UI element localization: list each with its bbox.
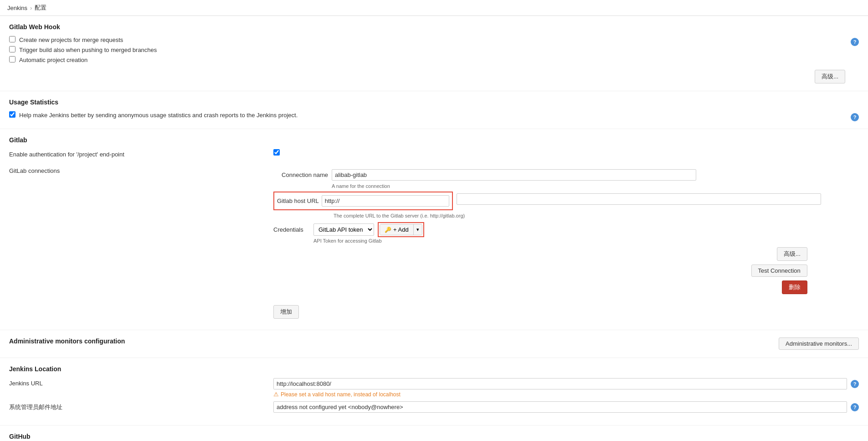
- gitlab-host-url-label: Gitlab host URL: [277, 197, 319, 204]
- admin-email-label: 系统管理员邮件地址: [9, 401, 273, 411]
- enable-auth-row: Enable authentication for '/project' end…: [9, 149, 859, 162]
- credentials-row: Credentials GitLab API token 🔑 + Add ▾: [273, 222, 821, 237]
- automatic-project-row: Automatic project creation: [9, 56, 847, 63]
- jenkins-url-help-icon[interactable]: ?: [851, 380, 859, 388]
- admin-monitors-title: Administrative monitors configuration: [9, 337, 125, 345]
- jenkins-url-label: Jenkins URL: [9, 378, 273, 387]
- add-btn-split: 🔑 + Add ▾: [380, 224, 422, 235]
- warning-icon: ⚠: [273, 391, 279, 398]
- breadcrumb-home[interactable]: Jenkins: [7, 5, 27, 11]
- jenkins-url-warning: ⚠ Please set a valid host name, instead …: [273, 391, 847, 398]
- add-dropdown-wrap: 🔑 + Add ▾: [378, 222, 424, 237]
- gitlab-host-url-extra-input[interactable]: [457, 193, 821, 205]
- jenkins-location-title: Jenkins Location: [9, 365, 859, 373]
- create-new-projects-row: Create new projects for merge requests: [9, 36, 847, 43]
- breadcrumb-separator: ›: [30, 5, 32, 11]
- automatic-project-checkbox[interactable]: [9, 56, 15, 62]
- admin-email-input[interactable]: [273, 401, 847, 413]
- jenkins-url-row: Jenkins URL ⚠ Please set a valid host na…: [9, 378, 859, 398]
- github-title: GitHub: [9, 433, 859, 440]
- gitlab-host-url-box: Gitlab host URL: [273, 192, 453, 210]
- gitlab-host-url-input[interactable]: [322, 195, 449, 207]
- connection-name-input[interactable]: [332, 169, 696, 181]
- create-new-projects-label: Create new projects for merge requests: [19, 36, 123, 43]
- gitlab-connections-row: GitLab connections Connection name A nam…: [9, 166, 859, 319]
- admin-monitors-section: Administrative monitors configuration Ad…: [0, 330, 868, 358]
- gitlab-webhook-advanced-button[interactable]: 高级...: [815, 70, 845, 83]
- credentials-select[interactable]: GitLab API token: [313, 223, 374, 236]
- gitlab-host-url-hint: The complete URL to the Gitlab server (i…: [334, 213, 821, 218]
- usage-stats-row: Help make Jenkins better by sending anon…: [9, 111, 847, 119]
- create-new-projects-checkbox[interactable]: [9, 36, 15, 42]
- usage-statistics-title: Usage Statistics: [9, 99, 859, 106]
- breadcrumb-current: 配置: [35, 4, 46, 12]
- gitlab-title: Gitlab: [9, 136, 859, 144]
- delete-button[interactable]: 删除: [782, 280, 807, 294]
- api-token-hint: API Token for accessing Gitlab: [313, 238, 821, 244]
- trigger-build-label: Trigger build also when pushing to merge…: [19, 46, 157, 53]
- gitlab-webhook-help-icon[interactable]: ?: [851, 38, 859, 46]
- automatic-project-label: Automatic project creation: [19, 56, 87, 63]
- credentials-label: Credentials: [273, 226, 310, 233]
- breadcrumb: Jenkins › 配置: [0, 0, 868, 16]
- add-more-button[interactable]: 增加: [273, 305, 299, 319]
- admin-monitors-button[interactable]: Administrative monitors...: [779, 337, 859, 350]
- usage-stats-checkbox[interactable]: [9, 111, 15, 118]
- add-btn-label: + Add: [393, 226, 409, 233]
- enable-auth-checkbox[interactable]: [273, 149, 280, 156]
- gitlab-advanced-button[interactable]: 高级...: [777, 247, 807, 261]
- trigger-build-row: Trigger build also when pushing to merge…: [9, 46, 847, 53]
- admin-email-help-icon[interactable]: ?: [851, 403, 859, 411]
- jenkins-location-section: Jenkins Location Jenkins URL ⚠ Please se…: [0, 358, 868, 425]
- usage-stats-help-icon[interactable]: ?: [851, 113, 859, 121]
- usage-statistics-section: Usage Statistics Help make Jenkins bette…: [0, 91, 868, 129]
- gitlab-webhook-section: Gitlab Web Hook Create new projects for …: [0, 16, 868, 91]
- add-caret-button[interactable]: ▾: [413, 224, 422, 235]
- usage-stats-label: Help make Jenkins better by sending anon…: [19, 111, 298, 119]
- trigger-build-checkbox[interactable]: [9, 46, 15, 52]
- jenkins-url-input[interactable]: [273, 378, 847, 389]
- key-icon: 🔑: [385, 227, 391, 233]
- gitlab-webhook-title: Gitlab Web Hook: [9, 23, 60, 31]
- test-connection-button[interactable]: Test Connection: [751, 265, 807, 277]
- gitlab-connections-label: GitLab connections: [9, 166, 273, 174]
- gitlab-action-buttons: 高级... Test Connection 删除: [273, 247, 821, 294]
- enable-auth-label: Enable authentication for '/project' end…: [9, 149, 273, 158]
- gitlab-section: Gitlab Enable authentication for '/proje…: [0, 129, 868, 330]
- connection-name-label: Connection name: [273, 171, 328, 178]
- github-section: GitHub GitHub Servers Add GitHub Server …: [0, 425, 868, 441]
- add-credentials-button[interactable]: 🔑 + Add: [380, 224, 413, 235]
- admin-email-row: 系统管理员邮件地址 ?: [9, 401, 859, 414]
- connection-name-row: Connection name: [273, 169, 821, 181]
- connection-name-hint: A name for the connection: [332, 183, 821, 189]
